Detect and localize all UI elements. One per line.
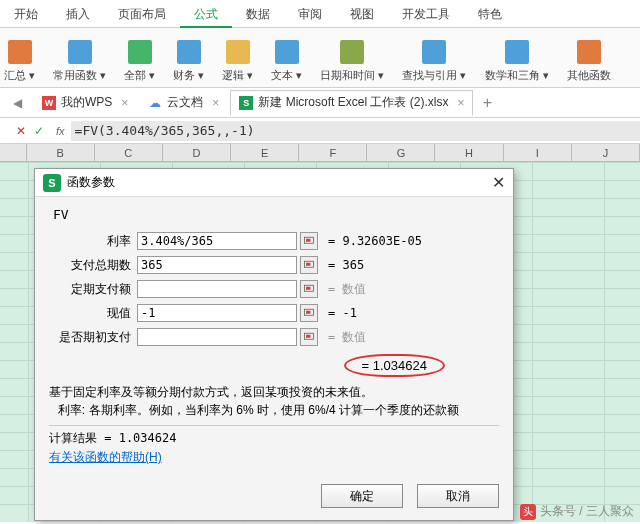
doctab-wps[interactable]: W 我的WPS × xyxy=(33,90,137,116)
argument-row: 现值 = -1 xyxy=(49,302,499,324)
ribbon-group[interactable]: 常用函数 ▾ xyxy=(53,40,106,83)
cloud-icon: ☁ xyxy=(148,96,162,110)
toutiao-icon: 头 xyxy=(520,504,536,520)
argument-row: 是否期初支付 = 数值 xyxy=(49,326,499,348)
tab-devtools[interactable]: 开发工具 xyxy=(388,0,464,28)
ribbon-group[interactable]: 全部 ▾ xyxy=(124,40,155,83)
col-header[interactable]: D xyxy=(163,144,231,161)
doctab-file[interactable]: S 新建 Microsoft Excel 工作表 (2).xlsx × xyxy=(230,90,473,116)
arg-label: 利率 xyxy=(49,233,137,250)
result-preview: = 1.034624 xyxy=(49,354,499,377)
col-header[interactable]: F xyxy=(299,144,367,161)
column-headers: B C D E F G H I J xyxy=(0,144,640,162)
document-tabs: ◀ W 我的WPS × ☁ 云文档 × S 新建 Microsoft Excel… xyxy=(0,88,640,118)
ribbon-group[interactable]: 汇总 ▾ xyxy=(4,40,35,83)
tab-formulas[interactable]: 公式 xyxy=(180,0,232,28)
arg-value: = -1 xyxy=(328,306,357,320)
ribbon-group-icon xyxy=(226,40,250,64)
close-icon[interactable]: × xyxy=(212,96,219,110)
ribbon-group-icon xyxy=(8,40,32,64)
arg-label: 是否期初支付 xyxy=(49,329,137,346)
ribbon-group[interactable]: 查找与引用 ▾ xyxy=(402,40,466,83)
doctab-cloud-label: 云文档 xyxy=(167,94,203,111)
ribbon-group-icon xyxy=(275,40,299,64)
ribbon-group-label: 财务 ▾ xyxy=(173,68,204,83)
tab-review[interactable]: 审阅 xyxy=(284,0,336,28)
ribbon-group-icon xyxy=(340,40,364,64)
formula-input[interactable]: =FV(3.404%/365,365,,-1) xyxy=(71,121,640,141)
close-icon[interactable]: × xyxy=(121,96,128,110)
arg-input[interactable] xyxy=(137,328,297,346)
tab-insert[interactable]: 插入 xyxy=(52,0,104,28)
formula-bar: ✕ ✓ fx =FV(3.404%/365,365,,-1) xyxy=(0,118,640,144)
range-selector-icon[interactable] xyxy=(300,304,318,322)
col-header[interactable]: H xyxy=(435,144,503,161)
doctab-file-label: 新建 Microsoft Excel 工作表 (2).xlsx xyxy=(258,94,448,111)
tab-data[interactable]: 数据 xyxy=(232,0,284,28)
ribbon-group-label: 文本 ▾ xyxy=(271,68,302,83)
new-tab-button[interactable]: + xyxy=(475,94,499,112)
tab-start[interactable]: 开始 xyxy=(0,0,52,28)
arg-input[interactable] xyxy=(137,304,297,322)
ribbon-group-icon xyxy=(177,40,201,64)
doctab-wps-label: 我的WPS xyxy=(61,94,112,111)
arg-input[interactable] xyxy=(137,232,297,250)
svg-rect-5 xyxy=(306,287,311,290)
col-header[interactable]: C xyxy=(95,144,163,161)
ribbon-group-label: 数学和三角 ▾ xyxy=(485,68,549,83)
arg-value: = 365 xyxy=(328,258,364,272)
col-header[interactable]: I xyxy=(504,144,572,161)
cancel-formula-icon[interactable]: ✕ xyxy=(16,124,26,138)
argument-row: 定期支付额 = 数值 xyxy=(49,278,499,300)
argument-row: 利率 = 9.32603E-05 xyxy=(49,230,499,252)
cancel-button[interactable]: 取消 xyxy=(417,484,499,508)
ribbon-group-label: 汇总 ▾ xyxy=(4,68,35,83)
range-selector-icon[interactable] xyxy=(300,256,318,274)
tab-pagelayout[interactable]: 页面布局 xyxy=(104,0,180,28)
close-icon[interactable]: ✕ xyxy=(492,173,505,192)
tab-special[interactable]: 特色 xyxy=(464,0,516,28)
range-selector-icon[interactable] xyxy=(300,328,318,346)
tab-view[interactable]: 视图 xyxy=(336,0,388,28)
ribbon-group[interactable]: 财务 ▾ xyxy=(173,40,204,83)
ribbon-group-icon xyxy=(422,40,446,64)
range-selector-icon[interactable] xyxy=(300,232,318,250)
ribbon-tabs: 开始 插入 页面布局 公式 数据 审阅 视图 开发工具 特色 xyxy=(0,0,640,28)
ribbon-group-label: 全部 ▾ xyxy=(124,68,155,83)
col-header[interactable]: E xyxy=(231,144,299,161)
ribbon-group[interactable]: 逻辑 ▾ xyxy=(222,40,253,83)
wps-icon: W xyxy=(42,96,56,110)
svg-rect-7 xyxy=(306,311,311,314)
col-header[interactable]: J xyxy=(572,144,640,161)
ribbon-group-label: 日期和时间 ▾ xyxy=(320,68,384,83)
close-icon[interactable]: × xyxy=(457,96,464,110)
arg-label: 现值 xyxy=(49,305,137,322)
accept-formula-icon[interactable]: ✓ xyxy=(34,124,44,138)
arg-value: = 9.32603E-05 xyxy=(328,234,422,248)
dialog-titlebar[interactable]: S 函数参数 ✕ xyxy=(35,169,513,197)
ribbon-group-label: 逻辑 ▾ xyxy=(222,68,253,83)
ribbon-group[interactable]: 文本 ▾ xyxy=(271,40,302,83)
ribbon-group[interactable]: 日期和时间 ▾ xyxy=(320,40,384,83)
arg-input[interactable] xyxy=(137,256,297,274)
watermark: 头 头条号 / 三人聚众 xyxy=(520,503,634,520)
col-header[interactable]: B xyxy=(27,144,95,161)
help-link[interactable]: 有关该函数的帮助(H) xyxy=(49,449,162,466)
svg-rect-1 xyxy=(306,239,311,242)
ribbon-group[interactable]: 其他函数 xyxy=(567,40,611,83)
col-header[interactable]: G xyxy=(367,144,435,161)
ribbon-group[interactable]: 数学和三角 ▾ xyxy=(485,40,549,83)
doctab-back[interactable]: ◀ xyxy=(4,90,31,116)
function-name: FV xyxy=(53,207,499,222)
doctab-cloud[interactable]: ☁ 云文档 × xyxy=(139,90,228,116)
ribbon-group-label: 其他函数 xyxy=(567,68,611,83)
ok-button[interactable]: 确定 xyxy=(321,484,403,508)
arg-input[interactable] xyxy=(137,280,297,298)
select-all-corner[interactable] xyxy=(0,144,27,161)
ribbon-group-label: 查找与引用 ▾ xyxy=(402,68,466,83)
ribbon-group-label: 常用函数 ▾ xyxy=(53,68,106,83)
app-icon: S xyxy=(43,174,61,192)
function-arguments-dialog: S 函数参数 ✕ FV 利率 = 9.32603E-05 支付总期数 = 365… xyxy=(34,168,514,521)
fx-icon[interactable]: fx xyxy=(50,125,71,137)
range-selector-icon[interactable] xyxy=(300,280,318,298)
